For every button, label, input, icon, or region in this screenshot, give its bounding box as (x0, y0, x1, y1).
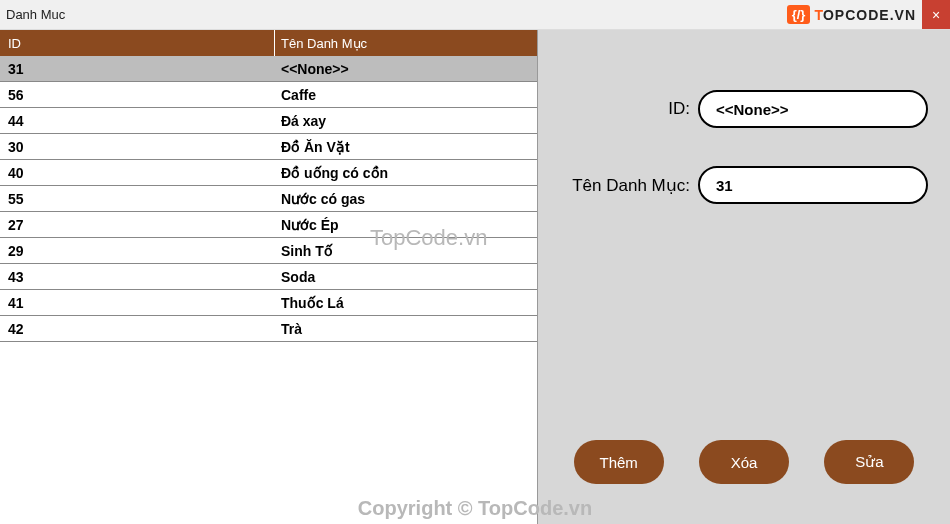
table-row[interactable]: 41Thuốc Lá (0, 290, 537, 316)
grid-body: 31<<None>>56Caffe44Đá xay30Đồ Ăn Vặt40Đồ… (0, 56, 537, 342)
id-label: ID: (560, 99, 690, 119)
titlebar-right: {/} TOPCODE.VN × (781, 0, 950, 29)
cell-id: 40 (0, 165, 275, 181)
cell-id: 55 (0, 191, 275, 207)
form: ID: Tên Danh Mục: (538, 30, 950, 204)
cell-name: Đá xay (275, 113, 537, 129)
grid-header: ID Tên Danh Mục (0, 30, 537, 56)
table-row[interactable]: 55Nước có gas (0, 186, 537, 212)
table-row[interactable]: 27Nước Ép (0, 212, 537, 238)
cell-name: Trà (275, 321, 537, 337)
logo-icon: {/} (787, 5, 811, 24)
form-row-name: Tên Danh Mục: (560, 166, 928, 204)
table-row[interactable]: 44Đá xay (0, 108, 537, 134)
edit-button[interactable]: Sửa (824, 440, 914, 484)
name-label: Tên Danh Mục: (560, 175, 690, 196)
window-title: Danh Muc (6, 7, 65, 22)
titlebar: Danh Muc {/} TOPCODE.VN × (0, 0, 950, 30)
cell-id: 43 (0, 269, 275, 285)
cell-name: Nước Ép (275, 217, 537, 233)
logo: {/} TOPCODE.VN (781, 5, 922, 24)
cell-id: 27 (0, 217, 275, 233)
cell-id: 42 (0, 321, 275, 337)
cell-name: Nước có gas (275, 191, 537, 207)
cell-id: 56 (0, 87, 275, 103)
id-field[interactable] (698, 90, 928, 128)
button-row: Thêm Xóa Sửa (538, 440, 950, 484)
add-button[interactable]: Thêm (574, 440, 664, 484)
cell-id: 41 (0, 295, 275, 311)
table-row[interactable]: 31<<None>> (0, 56, 537, 82)
grid-panel: ID Tên Danh Mục 31<<None>>56Caffe44Đá xa… (0, 30, 538, 524)
cell-name: Caffe (275, 87, 537, 103)
cell-name: Đồ uống có cồn (275, 165, 537, 181)
table-row[interactable]: 56Caffe (0, 82, 537, 108)
cell-name: Thuốc Lá (275, 295, 537, 311)
cell-id: 30 (0, 139, 275, 155)
table-row[interactable]: 29Sinh Tố (0, 238, 537, 264)
form-row-id: ID: (560, 90, 928, 128)
close-icon: × (932, 7, 940, 23)
table-row[interactable]: 40Đồ uống có cồn (0, 160, 537, 186)
cell-name: Đồ Ăn Vặt (275, 139, 537, 155)
header-id[interactable]: ID (0, 30, 275, 56)
cell-name: Soda (275, 269, 537, 285)
header-name[interactable]: Tên Danh Mục (275, 30, 537, 56)
cell-name: <<None>> (275, 61, 537, 77)
cell-id: 31 (0, 61, 275, 77)
form-panel: ID: Tên Danh Mục: Thêm Xóa Sửa (538, 30, 950, 524)
table-row[interactable]: 42Trà (0, 316, 537, 342)
content: ID Tên Danh Mục 31<<None>>56Caffe44Đá xa… (0, 30, 950, 524)
table-row[interactable]: 43Soda (0, 264, 537, 290)
data-grid[interactable]: ID Tên Danh Mục 31<<None>>56Caffe44Đá xa… (0, 30, 537, 342)
cell-id: 29 (0, 243, 275, 259)
cell-name: Sinh Tố (275, 243, 537, 259)
table-row[interactable]: 30Đồ Ăn Vặt (0, 134, 537, 160)
delete-button[interactable]: Xóa (699, 440, 789, 484)
close-button[interactable]: × (922, 0, 950, 29)
name-field[interactable] (698, 166, 928, 204)
cell-id: 44 (0, 113, 275, 129)
